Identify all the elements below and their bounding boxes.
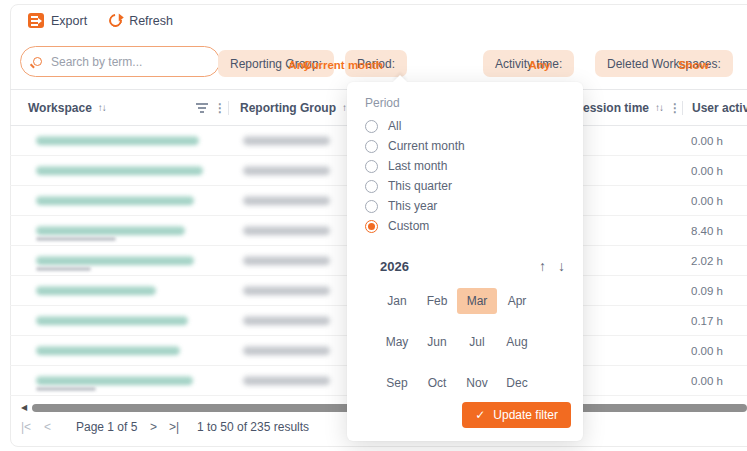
update-filter-label: Update filter — [493, 408, 558, 422]
radio-icon[interactable] — [365, 180, 378, 193]
redacted-reporting-group — [243, 286, 330, 295]
year-down-icon[interactable]: ↓ — [558, 258, 565, 274]
sort-icon[interactable]: ↑↓ — [655, 102, 663, 113]
column-label: User activity — [692, 101, 747, 115]
user-activity-value: 0.09 h — [691, 276, 723, 306]
user-activity-value: 0.00 h — [691, 366, 723, 396]
redacted-reporting-group — [243, 256, 330, 265]
column-menu-icon[interactable]: ⋮ — [669, 101, 681, 115]
redacted-reporting-group — [243, 166, 330, 175]
search-input[interactable]: Search by term... — [20, 46, 220, 77]
option-label: Last month — [388, 159, 447, 173]
period-option-current-month[interactable]: Current month — [347, 136, 583, 156]
toolbar: Export Refresh — [28, 13, 173, 28]
export-label: Export — [51, 14, 87, 28]
filter-chip-activity-time[interactable]: Activity time: Any — [483, 50, 574, 77]
pagination-prev-button[interactable]: < — [44, 420, 51, 434]
redacted-subtext — [36, 387, 96, 391]
update-filter-button[interactable]: ✓ Update filter — [462, 402, 571, 428]
redacted-workspace-link[interactable] — [36, 136, 199, 145]
month-cell-jul[interactable]: Jul — [457, 329, 497, 355]
month-cell-nov[interactable]: Nov — [457, 370, 497, 396]
period-filter-panel: Period All Current month Last month This… — [347, 82, 583, 441]
radio-icon[interactable] — [365, 120, 378, 133]
calendar-year: 2026 — [380, 259, 409, 274]
redacted-workspace-link[interactable] — [36, 376, 193, 385]
pagination-results-info: 1 to 50 of 235 results — [197, 420, 309, 434]
user-activity-value: 0.00 h — [691, 126, 723, 156]
redacted-reporting-group — [243, 346, 330, 355]
scroll-left-icon[interactable]: ◀ — [21, 403, 27, 413]
search-placeholder: Search by term... — [51, 55, 142, 69]
column-header-user-activity[interactable]: User activity — [692, 89, 747, 126]
month-grid: Jan Feb Mar Apr May Jun Jul Aug Sep Oct … — [377, 288, 583, 396]
redacted-workspace-link[interactable] — [36, 286, 156, 295]
pagination-first-button[interactable]: |< — [21, 420, 31, 434]
column-header-reporting-group[interactable]: Reporting Group ↑↓ — [240, 89, 350, 126]
panel-title: Period — [347, 82, 583, 116]
period-option-this-quarter[interactable]: This quarter — [347, 176, 583, 196]
option-label: All — [388, 119, 401, 133]
option-label: This year — [388, 199, 437, 213]
redacted-workspace-link[interactable] — [36, 226, 185, 235]
radio-icon[interactable] — [365, 140, 378, 153]
filter-chip-deleted-workspaces[interactable]: Deleted Workspaces: Show — [595, 50, 733, 77]
chip-value: Show — [678, 50, 709, 80]
redacted-workspace-link[interactable] — [36, 346, 180, 355]
redacted-workspace-link[interactable] — [36, 196, 194, 205]
option-label: Current month — [388, 139, 465, 153]
redacted-reporting-group — [243, 196, 330, 205]
redacted-workspace-link[interactable] — [36, 316, 188, 325]
redacted-reporting-group — [243, 136, 330, 145]
column-label: Session time — [575, 101, 649, 115]
pagination-last-button[interactable]: >| — [169, 420, 179, 434]
user-activity-value: 8.40 h — [691, 216, 723, 246]
month-cell-apr[interactable]: Apr — [497, 288, 537, 314]
month-cell-jun[interactable]: Jun — [417, 329, 457, 355]
month-cell-aug[interactable]: Aug — [497, 329, 537, 355]
month-cell-jan[interactable]: Jan — [377, 288, 417, 314]
radio-icon[interactable] — [365, 160, 378, 173]
redacted-reporting-group — [243, 316, 330, 325]
radio-selected-icon[interactable] — [365, 220, 378, 233]
period-option-last-month[interactable]: Last month — [347, 156, 583, 176]
redacted-subtext — [36, 237, 116, 241]
column-filter-icon[interactable] — [196, 103, 208, 105]
sort-icon[interactable]: ↑↓ — [98, 102, 106, 113]
redacted-workspace-link[interactable] — [36, 256, 194, 265]
column-label: Workspace — [28, 101, 92, 115]
redacted-reporting-group — [243, 226, 330, 235]
export-excel-icon — [28, 13, 44, 28]
user-activity-value: 0.00 h — [691, 336, 723, 366]
export-button[interactable]: Export — [28, 13, 87, 28]
radio-icon[interactable] — [365, 200, 378, 213]
pagination-page-info: Page 1 of 5 — [76, 420, 137, 434]
month-cell-mar-selected[interactable]: Mar — [457, 288, 497, 314]
refresh-icon — [106, 11, 124, 29]
calendar-header: 2026 ↑ ↓ — [380, 258, 565, 274]
month-cell-sep[interactable]: Sep — [377, 370, 417, 396]
period-option-this-year[interactable]: This year — [347, 196, 583, 216]
chip-value: Any — [529, 50, 551, 80]
refresh-button[interactable]: Refresh — [109, 14, 173, 28]
option-label: Custom — [388, 219, 429, 233]
refresh-label: Refresh — [129, 14, 173, 28]
redacted-workspace-link[interactable] — [36, 166, 203, 175]
column-menu-icon[interactable]: ⋮ — [214, 89, 226, 126]
column-header-session-time[interactable]: Session time ↑↓ ⋮ — [575, 89, 681, 126]
workspaces-report-page: Export Refresh Search by term... Reporti… — [0, 0, 747, 451]
month-cell-feb[interactable]: Feb — [417, 288, 457, 314]
year-up-icon[interactable]: ↑ — [539, 258, 546, 274]
pagination-next-button[interactable]: > — [150, 420, 157, 434]
period-option-all[interactable]: All — [347, 116, 583, 136]
check-icon: ✓ — [475, 408, 485, 422]
month-cell-dec[interactable]: Dec — [497, 370, 537, 396]
filter-chip-period[interactable]: Period: Current month — [345, 50, 407, 77]
month-cell-may[interactable]: May — [377, 329, 417, 355]
user-activity-value: 2.02 h — [691, 246, 723, 276]
redacted-subtext — [36, 267, 91, 271]
period-option-custom[interactable]: Custom — [347, 216, 583, 236]
month-cell-oct[interactable]: Oct — [417, 370, 457, 396]
search-icon — [33, 57, 42, 66]
column-header-workspace[interactable]: Workspace ↑↓ — [28, 89, 106, 126]
